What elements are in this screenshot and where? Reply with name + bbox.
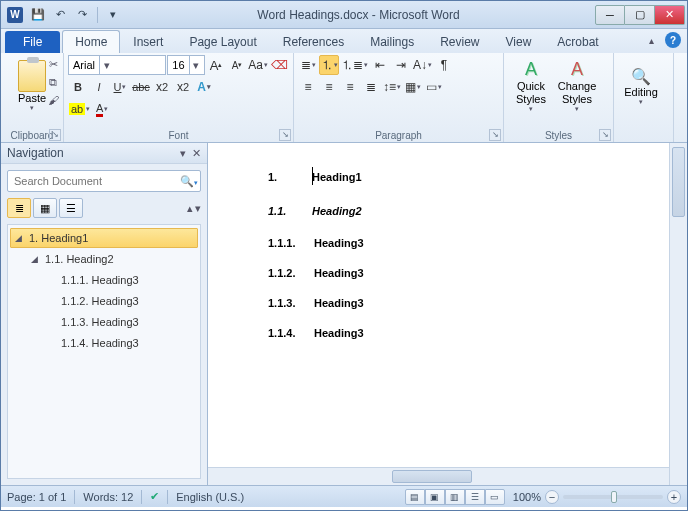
clipboard-dialog-launcher[interactable]: ↘	[49, 129, 61, 141]
align-left-icon[interactable]: ≡	[298, 77, 318, 97]
zoom-slider[interactable]	[563, 495, 663, 499]
hscroll-thumb[interactable]	[392, 470, 472, 483]
nav-next-icon[interactable]: ▾	[195, 202, 201, 215]
numbering-icon[interactable]: ⒈	[319, 55, 339, 75]
quick-styles-button[interactable]: A Quick Styles ▾	[508, 55, 554, 117]
zoom-in-button[interactable]: +	[667, 490, 681, 504]
vertical-scrollbar[interactable]	[669, 143, 687, 485]
paragraph-dialog-launcher[interactable]: ↘	[489, 129, 501, 141]
nav-tree[interactable]: ◢1. Heading1◢1.1. Heading21.1.1. Heading…	[7, 224, 201, 479]
minimize-button[interactable]: ─	[595, 5, 625, 25]
shading-icon[interactable]: ▦	[403, 77, 423, 97]
change-case-icon[interactable]: Aa	[248, 55, 268, 75]
zoom-value[interactable]: 100%	[513, 491, 541, 503]
tab-review[interactable]: Review	[427, 30, 492, 53]
view-outline-icon[interactable]: ☰	[465, 489, 485, 505]
editing-button[interactable]: 🔍 Editing ▾	[618, 55, 664, 117]
nav-tab-headings-icon[interactable]: ≣	[7, 198, 31, 218]
nav-tree-item[interactable]: 1.1.2. Heading3	[42, 291, 198, 311]
view-web-layout-icon[interactable]: ▥	[445, 489, 465, 505]
increase-indent-icon[interactable]: ⇥	[391, 55, 411, 75]
borders-icon[interactable]: ▭	[424, 77, 444, 97]
zoom-slider-knob[interactable]	[611, 491, 617, 503]
italic-button[interactable]: I	[89, 77, 109, 97]
tab-mailings[interactable]: Mailings	[357, 30, 427, 53]
nav-tree-item[interactable]: 1.1.4. Heading3	[42, 333, 198, 353]
save-icon[interactable]: 💾	[29, 6, 47, 24]
show-marks-icon[interactable]: ¶	[434, 55, 454, 75]
heading-level-3[interactable]: 1.1.2.Heading3	[268, 264, 669, 280]
tab-insert[interactable]: Insert	[120, 30, 176, 53]
view-print-layout-icon[interactable]: ▤	[405, 489, 425, 505]
bullets-icon[interactable]: ≣	[298, 55, 318, 75]
text-effects-icon[interactable]: A	[194, 77, 214, 97]
tab-page-layout[interactable]: Page Layout	[176, 30, 269, 53]
proofing-icon[interactable]: ✔	[150, 490, 159, 503]
superscript-button[interactable]: x2	[173, 77, 193, 97]
nav-tab-pages-icon[interactable]: ▦	[33, 198, 57, 218]
qat-customize-icon[interactable]: ▾	[104, 6, 122, 24]
nav-prev-icon[interactable]: ▴	[187, 202, 193, 215]
nav-tree-item[interactable]: 1.1.3. Heading3	[42, 312, 198, 332]
font-size-dropdown-icon[interactable]: ▾	[189, 55, 203, 75]
maximize-button[interactable]: ▢	[625, 5, 655, 25]
status-language[interactable]: English (U.S.)	[176, 491, 244, 503]
font-name-combo[interactable]: Arial▾	[68, 55, 166, 75]
help-icon[interactable]: ?	[665, 32, 681, 48]
status-page[interactable]: Page: 1 of 1	[7, 491, 66, 503]
ribbon-minimize-icon[interactable]: ▴	[643, 32, 659, 48]
search-icon[interactable]: 🔍▾	[178, 175, 200, 188]
line-spacing-icon[interactable]: ↕≡	[382, 77, 402, 97]
redo-icon[interactable]: ↷	[73, 6, 91, 24]
nav-search-input[interactable]	[8, 175, 178, 187]
document-body[interactable]: 1.Heading11.1.Heading21.1.1.Heading31.1.…	[268, 163, 669, 340]
vscroll-thumb[interactable]	[672, 147, 685, 217]
font-name-dropdown-icon[interactable]: ▾	[99, 55, 113, 75]
undo-icon[interactable]: ↶	[51, 6, 69, 24]
tab-acrobat[interactable]: Acrobat	[544, 30, 611, 53]
cut-icon[interactable]: ✂	[45, 56, 61, 72]
justify-icon[interactable]: ≣	[361, 77, 381, 97]
nav-tab-results-icon[interactable]: ☰	[59, 198, 83, 218]
heading-level-1[interactable]: 1.Heading1	[268, 163, 669, 186]
align-center-icon[interactable]: ≡	[319, 77, 339, 97]
close-button[interactable]: ✕	[655, 5, 685, 25]
copy-icon[interactable]: ⧉	[45, 74, 61, 90]
subscript-button[interactable]: x2	[152, 77, 172, 97]
horizontal-scrollbar[interactable]	[208, 467, 669, 485]
multilevel-list-icon[interactable]: ⒈≣	[340, 55, 369, 75]
font-size-combo[interactable]: 16▾	[167, 55, 205, 75]
underline-button[interactable]: U	[110, 77, 130, 97]
view-full-screen-icon[interactable]: ▣	[425, 489, 445, 505]
styles-dialog-launcher[interactable]: ↘	[599, 129, 611, 141]
nav-search-box[interactable]: 🔍▾	[7, 170, 201, 192]
font-dialog-launcher[interactable]: ↘	[279, 129, 291, 141]
nav-pane-menu-icon[interactable]: ▾	[180, 147, 186, 160]
tab-home[interactable]: Home	[62, 30, 120, 53]
collapse-icon[interactable]: ◢	[15, 233, 22, 243]
format-painter-icon[interactable]: 🖌	[45, 92, 61, 108]
font-color-icon[interactable]: A	[92, 99, 112, 119]
align-right-icon[interactable]: ≡	[340, 77, 360, 97]
shrink-font-icon[interactable]: A▾	[227, 55, 247, 75]
nav-pane-close-icon[interactable]: ✕	[192, 147, 201, 160]
nav-tree-item[interactable]: ◢1. Heading1	[10, 228, 198, 248]
decrease-indent-icon[interactable]: ⇤	[370, 55, 390, 75]
zoom-out-button[interactable]: −	[545, 490, 559, 504]
clear-formatting-icon[interactable]: ⌫	[269, 55, 289, 75]
sort-icon[interactable]: A↓	[412, 55, 433, 75]
document-scroll[interactable]: 1.Heading11.1.Heading21.1.1.Heading31.1.…	[208, 143, 669, 485]
heading-level-2[interactable]: 1.1.Heading2	[268, 200, 669, 220]
nav-tree-item[interactable]: ◢1.1. Heading2	[26, 249, 198, 269]
tab-references[interactable]: References	[270, 30, 357, 53]
status-words[interactable]: Words: 12	[83, 491, 133, 503]
nav-tree-item[interactable]: 1.1.1. Heading3	[42, 270, 198, 290]
tab-view[interactable]: View	[493, 30, 545, 53]
heading-level-3[interactable]: 1.1.1.Heading3	[268, 234, 669, 250]
strikethrough-button[interactable]: abc	[131, 77, 151, 97]
view-draft-icon[interactable]: ▭	[485, 489, 505, 505]
grow-font-icon[interactable]: A▴	[206, 55, 226, 75]
bold-button[interactable]: B	[68, 77, 88, 97]
collapse-icon[interactable]: ◢	[31, 254, 38, 264]
heading-level-3[interactable]: 1.1.3.Heading3	[268, 294, 669, 310]
